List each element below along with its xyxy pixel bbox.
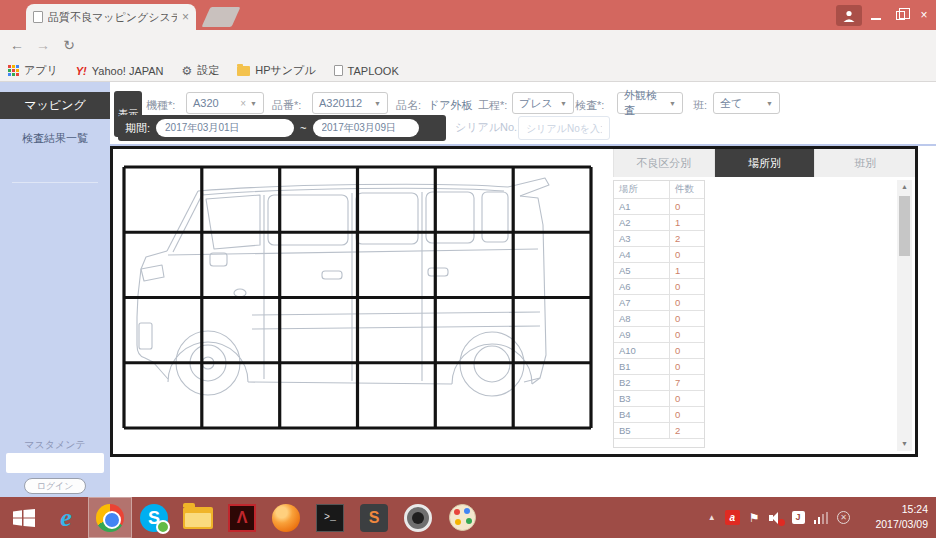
bookmark-label: アプリ <box>24 63 58 78</box>
volume-icon[interactable] <box>769 512 783 524</box>
bookmark-label: 設定 <box>197 63 219 78</box>
table-row[interactable]: A80 <box>614 311 704 327</box>
scroll-down-icon[interactable]: ▼ <box>897 437 912 451</box>
part-no-select[interactable]: A320112 ▼ <box>312 92 388 114</box>
table-row[interactable]: B10 <box>614 359 704 375</box>
profile-button[interactable] <box>836 5 862 26</box>
taskbar-sublime-button[interactable]: S <box>352 497 396 538</box>
table-row[interactable]: A32 <box>614 231 704 247</box>
network-signal-icon[interactable] <box>814 512 829 524</box>
scroll-up-icon[interactable]: ▲ <box>897 180 912 194</box>
taskbar-terminal-button[interactable]: >_ <box>308 497 352 538</box>
taskbar-file-explorer-button[interactable] <box>176 497 220 538</box>
location-cell: B2 <box>614 375 670 390</box>
process-select[interactable]: プレス ▼ <box>512 92 574 114</box>
browser-tab[interactable]: 品質不良マッピングシステム × <box>26 4 196 30</box>
table-row[interactable]: A10 <box>614 199 704 215</box>
count-cell: 0 <box>670 359 704 374</box>
maximize-button[interactable] <box>888 0 912 30</box>
serial-input[interactable] <box>518 116 610 140</box>
location-cell: B1 <box>614 359 670 374</box>
taskbar-internet-explorer-button[interactable]: e <box>44 497 88 538</box>
new-tab-button[interactable] <box>202 7 241 27</box>
taskbar-firefox-button[interactable] <box>264 497 308 538</box>
location-count-table: 場所 件数 A10A21A32A40A51A60A70A80A90A100B10… <box>613 180 705 448</box>
screen: 品質不良マッピングシステム × × ← → ↻ ⓘ localhost:8880… <box>0 0 936 538</box>
restore-icon <box>896 11 905 20</box>
chrome-icon <box>96 504 124 532</box>
table-row[interactable]: A40 <box>614 247 704 263</box>
car-grid-diagram[interactable] <box>122 165 593 430</box>
reload-icon[interactable]: ↻ <box>58 30 80 60</box>
volume-badge <box>778 519 785 526</box>
acrobat-reader-icon: Λ <box>228 504 256 532</box>
master-password-input[interactable] <box>6 453 104 473</box>
sublime-text-icon: S <box>360 504 388 532</box>
taskbar-acrobat-button[interactable]: Λ <box>220 497 264 538</box>
taskbar-clock[interactable]: 15:24 2017/03/09 <box>875 502 928 532</box>
start-button[interactable] <box>2 497 46 538</box>
table-row[interactable]: B27 <box>614 375 704 391</box>
location-cell: A6 <box>614 279 670 294</box>
forward-icon[interactable]: → <box>32 30 54 60</box>
tab-by-defect-category[interactable]: 不良区分別 <box>613 149 714 177</box>
bookmark-yahoo[interactable]: Y! Yahoo! JAPAN <box>76 65 164 77</box>
sidebar-divider <box>12 182 98 183</box>
taskbar-skype-button[interactable]: S <box>132 497 176 538</box>
table-row[interactable]: A51 <box>614 263 704 279</box>
table-row[interactable]: B52 <box>614 423 704 439</box>
terminal-icon: >_ <box>316 504 344 532</box>
table-row[interactable]: A70 <box>614 295 704 311</box>
sidebar-item-inspection-results[interactable]: 検査結果一覧 <box>0 127 110 149</box>
clear-icon[interactable]: × <box>240 98 246 109</box>
minimize-button[interactable] <box>864 0 888 30</box>
inspection-select[interactable]: 外観検査 ▼ <box>617 92 683 114</box>
count-cell: 1 <box>670 215 704 230</box>
page-icon <box>334 65 343 76</box>
period-separator: ~ <box>300 122 306 134</box>
browser-toolbar: ← → ↻ ⓘ localhost:8880/press/manager/map… <box>0 30 936 60</box>
location-table-body: A10A21A32A40A51A60A70A80A90A100B10B27B30… <box>614 199 704 439</box>
filter-header: 表示 機種*: A320 × ▼ 品番*: A320112 ▼ 品名: ドア外板… <box>110 82 936 146</box>
app-content: マッピング 検査結果一覧 マスタメンテ ログイン 表示 機種*: A320 × … <box>0 82 936 497</box>
flag-icon[interactable]: ⚑ <box>749 511 760 525</box>
minimize-icon <box>871 18 881 20</box>
table-row[interactable]: A90 <box>614 327 704 343</box>
count-cell: 0 <box>670 199 704 214</box>
taskbar-chrome-button[interactable] <box>88 497 132 538</box>
bookmark-hp-sample[interactable]: HPサンプル <box>237 63 315 78</box>
firefox-icon <box>272 504 300 532</box>
bookmark-settings[interactable]: ⚙ 設定 <box>182 63 220 78</box>
input-method-icon[interactable]: J <box>792 511 805 524</box>
table-row[interactable]: A100 <box>614 343 704 359</box>
table-header-row: 場所 件数 <box>614 181 704 199</box>
bookmark-apps[interactable]: アプリ <box>8 63 58 78</box>
process-value: プレス <box>519 96 553 111</box>
scrollbar-thumb[interactable] <box>899 196 910 256</box>
model-select[interactable]: A320 × ▼ <box>186 92 264 114</box>
login-button[interactable]: ログイン <box>24 478 86 494</box>
tab-by-location[interactable]: 場所別 <box>714 149 815 177</box>
tab-close-icon[interactable]: × <box>182 11 189 23</box>
period-to-input[interactable] <box>313 119 419 137</box>
tray-expand-icon[interactable]: ▲ <box>708 513 716 522</box>
back-icon[interactable]: ← <box>6 30 28 60</box>
count-cell: 2 <box>670 423 704 438</box>
bookmark-taplook[interactable]: TAPLOOK <box>334 65 399 77</box>
taskbar-media-player-button[interactable] <box>396 497 440 538</box>
chevron-down-icon: ▼ <box>766 100 773 107</box>
page-favicon-icon <box>33 11 43 23</box>
tab-by-team[interactable]: 班別 <box>814 149 915 177</box>
table-scrollbar[interactable]: ▲ ▼ <box>897 180 912 451</box>
table-row[interactable]: B40 <box>614 407 704 423</box>
period-from-input[interactable] <box>156 119 294 137</box>
network-disconnected-icon[interactable]: ✕ <box>837 511 850 524</box>
avira-icon[interactable]: a <box>725 510 740 525</box>
close-button[interactable]: × <box>912 0 936 30</box>
sidebar-item-mapping[interactable]: マッピング <box>0 92 110 119</box>
taskbar-paint-button[interactable] <box>440 497 484 538</box>
team-select[interactable]: 全て ▼ <box>713 92 780 114</box>
table-row[interactable]: A60 <box>614 279 704 295</box>
table-row[interactable]: B30 <box>614 391 704 407</box>
table-row[interactable]: A21 <box>614 215 704 231</box>
